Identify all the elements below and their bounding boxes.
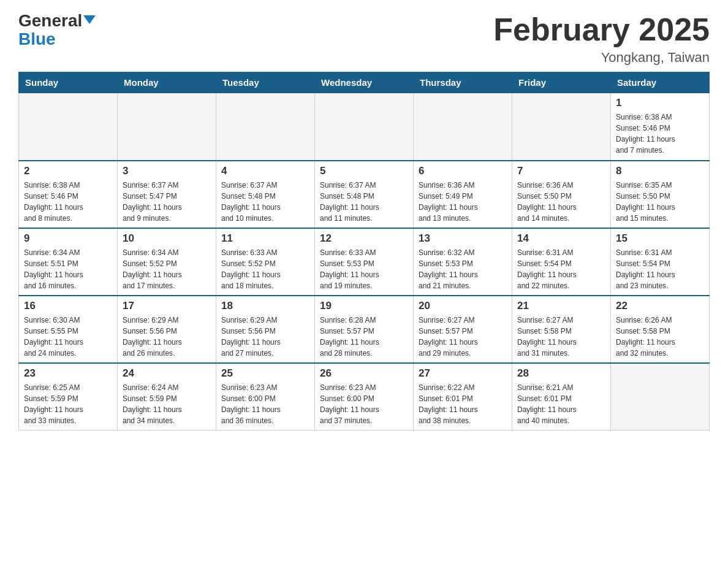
calendar-week-row: 9Sunrise: 6:34 AM Sunset: 5:51 PM Daylig… [19, 228, 710, 296]
day-info: Sunrise: 6:33 AM Sunset: 5:52 PM Dayligh… [221, 247, 309, 291]
calendar-cell: 15Sunrise: 6:31 AM Sunset: 5:54 PM Dayli… [611, 228, 710, 296]
day-number: 2 [24, 165, 112, 177]
day-number: 25 [221, 367, 309, 380]
day-header-tuesday: Tuesday [216, 72, 315, 93]
day-info: Sunrise: 6:27 AM Sunset: 5:57 PM Dayligh… [419, 315, 507, 359]
calendar-cell: 28Sunrise: 6:21 AM Sunset: 6:01 PM Dayli… [512, 363, 611, 431]
day-info: Sunrise: 6:25 AM Sunset: 5:59 PM Dayligh… [24, 382, 112, 426]
day-info: Sunrise: 6:24 AM Sunset: 5:59 PM Dayligh… [123, 382, 211, 426]
day-header-saturday: Saturday [611, 72, 710, 93]
calendar-cell: 7Sunrise: 6:36 AM Sunset: 5:50 PM Daylig… [512, 161, 611, 228]
day-info: Sunrise: 6:34 AM Sunset: 5:52 PM Dayligh… [123, 247, 211, 291]
day-info: Sunrise: 6:35 AM Sunset: 5:50 PM Dayligh… [616, 180, 704, 224]
day-info: Sunrise: 6:23 AM Sunset: 6:00 PM Dayligh… [221, 382, 309, 426]
calendar-cell [315, 93, 414, 161]
day-info: Sunrise: 6:37 AM Sunset: 5:47 PM Dayligh… [123, 180, 211, 224]
day-info: Sunrise: 6:30 AM Sunset: 5:55 PM Dayligh… [24, 315, 112, 359]
calendar-cell: 27Sunrise: 6:22 AM Sunset: 6:01 PM Dayli… [414, 363, 512, 431]
day-info: Sunrise: 6:28 AM Sunset: 5:57 PM Dayligh… [320, 315, 408, 359]
day-number: 22 [616, 300, 704, 312]
day-info: Sunrise: 6:21 AM Sunset: 6:01 PM Dayligh… [517, 382, 605, 426]
calendar-cell: 19Sunrise: 6:28 AM Sunset: 5:57 PM Dayli… [315, 296, 414, 363]
day-number: 21 [517, 300, 605, 312]
day-number: 17 [123, 300, 211, 312]
calendar-header-row: SundayMondayTuesdayWednesdayThursdayFrid… [19, 72, 710, 93]
day-number: 1 [616, 97, 704, 109]
calendar-cell: 20Sunrise: 6:27 AM Sunset: 5:57 PM Dayli… [414, 296, 512, 363]
day-info: Sunrise: 6:31 AM Sunset: 5:54 PM Dayligh… [517, 247, 605, 291]
day-number: 10 [123, 232, 211, 245]
day-number: 8 [616, 165, 704, 177]
day-number: 4 [221, 165, 309, 177]
calendar-cell: 23Sunrise: 6:25 AM Sunset: 5:59 PM Dayli… [19, 363, 118, 431]
calendar-cell: 10Sunrise: 6:34 AM Sunset: 5:52 PM Dayli… [118, 228, 216, 296]
calendar-cell: 4Sunrise: 6:37 AM Sunset: 5:48 PM Daylig… [216, 161, 315, 228]
calendar-cell [19, 93, 118, 161]
day-number: 15 [616, 232, 704, 245]
day-number: 13 [419, 232, 507, 245]
calendar-cell: 9Sunrise: 6:34 AM Sunset: 5:51 PM Daylig… [19, 228, 118, 296]
month-year-title: February 2025 [493, 12, 710, 47]
day-header-friday: Friday [512, 72, 611, 93]
day-info: Sunrise: 6:36 AM Sunset: 5:49 PM Dayligh… [419, 180, 507, 224]
day-info: Sunrise: 6:38 AM Sunset: 5:46 PM Dayligh… [24, 180, 112, 224]
title-section: February 2025 Yongkang, Taiwan [493, 12, 710, 66]
calendar-table: SundayMondayTuesdayWednesdayThursdayFrid… [18, 72, 710, 431]
logo-triangle-icon [83, 15, 96, 24]
day-number: 7 [517, 165, 605, 177]
calendar-cell: 5Sunrise: 6:37 AM Sunset: 5:48 PM Daylig… [315, 161, 414, 228]
day-info: Sunrise: 6:22 AM Sunset: 6:01 PM Dayligh… [419, 382, 507, 426]
day-number: 5 [320, 165, 408, 177]
calendar-week-row: 23Sunrise: 6:25 AM Sunset: 5:59 PM Dayli… [19, 363, 710, 431]
day-header-wednesday: Wednesday [315, 72, 414, 93]
day-info: Sunrise: 6:26 AM Sunset: 5:58 PM Dayligh… [616, 315, 704, 359]
calendar-cell: 1Sunrise: 6:38 AM Sunset: 5:46 PM Daylig… [611, 93, 710, 161]
day-header-sunday: Sunday [19, 72, 118, 93]
day-info: Sunrise: 6:32 AM Sunset: 5:53 PM Dayligh… [419, 247, 507, 291]
calendar-week-row: 1Sunrise: 6:38 AM Sunset: 5:46 PM Daylig… [19, 93, 710, 161]
calendar-cell: 8Sunrise: 6:35 AM Sunset: 5:50 PM Daylig… [611, 161, 710, 228]
calendar-cell: 14Sunrise: 6:31 AM Sunset: 5:54 PM Dayli… [512, 228, 611, 296]
day-number: 19 [320, 300, 408, 312]
logo-blue-text: Blue [18, 31, 56, 48]
day-number: 28 [517, 367, 605, 380]
day-info: Sunrise: 6:33 AM Sunset: 5:53 PM Dayligh… [320, 247, 408, 291]
calendar-cell: 16Sunrise: 6:30 AM Sunset: 5:55 PM Dayli… [19, 296, 118, 363]
day-number: 16 [24, 300, 112, 312]
page-header: General Blue February 2025 Yongkang, Tai… [18, 12, 710, 66]
day-info: Sunrise: 6:31 AM Sunset: 5:54 PM Dayligh… [616, 247, 704, 291]
calendar-cell: 25Sunrise: 6:23 AM Sunset: 6:00 PM Dayli… [216, 363, 315, 431]
calendar-cell: 6Sunrise: 6:36 AM Sunset: 5:49 PM Daylig… [414, 161, 512, 228]
calendar-cell: 13Sunrise: 6:32 AM Sunset: 5:53 PM Dayli… [414, 228, 512, 296]
calendar-cell [611, 363, 710, 431]
day-number: 11 [221, 232, 309, 245]
calendar-cell [414, 93, 512, 161]
day-header-monday: Monday [118, 72, 216, 93]
day-number: 18 [221, 300, 309, 312]
calendar-cell: 26Sunrise: 6:23 AM Sunset: 6:00 PM Dayli… [315, 363, 414, 431]
day-info: Sunrise: 6:36 AM Sunset: 5:50 PM Dayligh… [517, 180, 605, 224]
calendar-cell [216, 93, 315, 161]
calendar-cell: 21Sunrise: 6:27 AM Sunset: 5:58 PM Dayli… [512, 296, 611, 363]
day-info: Sunrise: 6:27 AM Sunset: 5:58 PM Dayligh… [517, 315, 605, 359]
calendar-week-row: 2Sunrise: 6:38 AM Sunset: 5:46 PM Daylig… [19, 161, 710, 228]
calendar-cell [512, 93, 611, 161]
day-number: 9 [24, 232, 112, 245]
location-text: Yongkang, Taiwan [493, 50, 710, 66]
day-number: 14 [517, 232, 605, 245]
day-header-thursday: Thursday [414, 72, 512, 93]
calendar-cell: 3Sunrise: 6:37 AM Sunset: 5:47 PM Daylig… [118, 161, 216, 228]
day-info: Sunrise: 6:29 AM Sunset: 5:56 PM Dayligh… [221, 315, 309, 359]
day-number: 3 [123, 165, 211, 177]
calendar-cell: 24Sunrise: 6:24 AM Sunset: 5:59 PM Dayli… [118, 363, 216, 431]
calendar-cell: 18Sunrise: 6:29 AM Sunset: 5:56 PM Dayli… [216, 296, 315, 363]
day-number: 23 [24, 367, 112, 380]
day-number: 20 [419, 300, 507, 312]
day-info: Sunrise: 6:37 AM Sunset: 5:48 PM Dayligh… [320, 180, 408, 224]
day-number: 6 [419, 165, 507, 177]
logo: General Blue [18, 12, 96, 48]
day-number: 12 [320, 232, 408, 245]
day-info: Sunrise: 6:34 AM Sunset: 5:51 PM Dayligh… [24, 247, 112, 291]
day-number: 24 [123, 367, 211, 380]
calendar-week-row: 16Sunrise: 6:30 AM Sunset: 5:55 PM Dayli… [19, 296, 710, 363]
